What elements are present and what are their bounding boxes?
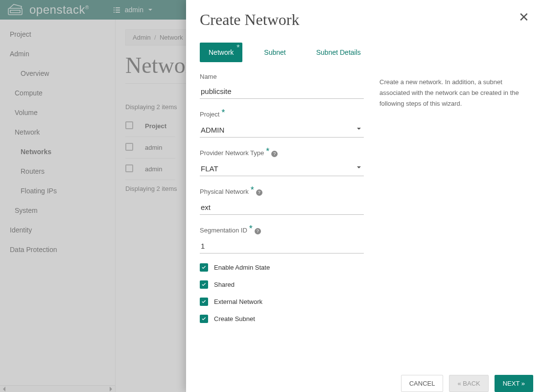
label-name: Name [200,73,364,80]
cancel-button[interactable]: CANCEL [401,375,444,392]
select-provider-type[interactable] [200,161,364,176]
input-segmentation-id[interactable] [200,239,364,254]
input-name[interactable] [200,84,364,99]
field-segmentation-id: Segmentation ID*? [200,225,364,254]
tab-network-label: Network [209,48,234,56]
label-create-subnet: Create Subnet [214,315,255,323]
checkbox-checked-icon [200,315,208,323]
checkbox-checked-icon [200,280,208,289]
modal-title: Create Network [200,11,299,29]
create-network-modal: Create Network ✕ Network * Subnet Subnet… [186,0,543,392]
chevron-down-icon [357,128,361,130]
help-icon[interactable]: ? [271,151,278,157]
checkbox-shared[interactable]: Shared [200,280,364,289]
required-icon: * [236,44,239,52]
wizard-tabs: Network * Subnet Subnet Details [186,29,543,62]
help-icon[interactable]: ? [255,228,261,234]
field-provider-type: Provider Network Type*? [200,147,364,176]
checkbox-enable-admin[interactable]: Enable Admin State [200,263,364,272]
help-icon[interactable]: ? [256,189,262,196]
select-project[interactable] [200,123,364,138]
chevron-down-icon [357,166,361,168]
label-enable-admin: Enable Admin State [214,264,270,271]
close-icon[interactable]: ✕ [519,11,529,23]
modal-description: Create a new network. In addition, a sub… [379,73,529,365]
label-external: External Network [214,298,262,305]
checkbox-external[interactable]: External Network [200,298,364,306]
checkbox-checked-icon [200,298,208,306]
tab-subnet-details[interactable]: Subnet Details [307,43,370,62]
label-segmentation-id: Segmentation ID*? [200,225,364,235]
back-button: « BACK [449,375,488,392]
modal-footer: CANCEL « BACK NEXT » [186,369,543,392]
label-physical-network: Physical Network*? [200,186,364,196]
label-provider-type: Provider Network Type*? [200,147,364,158]
checkbox-checked-icon [200,263,208,272]
tab-network[interactable]: Network * [200,43,242,62]
field-name: Name [200,73,364,99]
form-column: Name Project* Provider Network Type*? Ph… [200,73,364,365]
input-physical-network[interactable] [200,200,364,215]
label-shared: Shared [214,281,235,288]
tab-subnet[interactable]: Subnet [255,43,294,62]
checkbox-create-subnet[interactable]: Create Subnet [200,315,364,323]
label-project: Project* [200,109,364,119]
field-physical-network: Physical Network*? [200,186,364,215]
field-project: Project* [200,109,364,138]
next-button[interactable]: NEXT » [495,375,533,392]
